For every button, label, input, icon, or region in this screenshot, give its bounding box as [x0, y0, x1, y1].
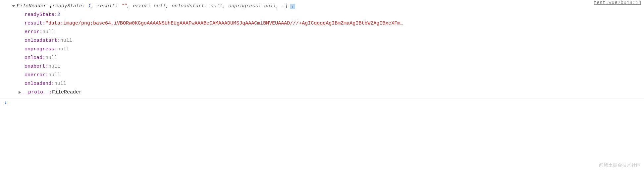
prop-onabort[interactable]: onabort: null — [0, 62, 644, 71]
header-preview: readyState: 1, result: "", error: null, … — [52, 2, 276, 11]
prop-readyState[interactable]: readyState: 2 — [0, 11, 644, 19]
watermark: @稀土掘金技术社区 — [599, 162, 641, 168]
console-output: test.vue?b018:14 FileReader { readyState… — [0, 0, 644, 106]
ellipsis: , … — [276, 2, 285, 11]
proto-row[interactable]: __proto__: FileReader — [0, 88, 644, 97]
brace-open: { — [49, 2, 52, 11]
console-prompt-icon[interactable]: › — [0, 98, 644, 106]
expand-arrow-right-icon[interactable] — [19, 91, 21, 94]
prop-onload[interactable]: onload: null — [0, 54, 644, 62]
prop-onerror[interactable]: onerror: null — [0, 71, 644, 80]
prop-onloadstart[interactable]: onloadstart: null — [0, 36, 644, 45]
object-header-row[interactable]: FileReader { readyState: 1, result: "", … — [0, 2, 644, 11]
brace-close: } — [285, 2, 288, 11]
collapse-arrow-down-icon[interactable] — [12, 5, 15, 7]
prop-onprogress[interactable]: onprogress: null — [0, 45, 644, 54]
object-class-name: FileReader — [17, 2, 46, 11]
prop-onloadend[interactable]: onloadend: null — [0, 80, 644, 88]
prop-result[interactable]: result: "data:image/png;base64,iVBORw0KG… — [0, 19, 644, 28]
source-link[interactable]: test.vue?b018:14 — [594, 0, 641, 6]
prop-error[interactable]: error: null — [0, 28, 644, 36]
info-icon[interactable]: i — [290, 4, 295, 9]
